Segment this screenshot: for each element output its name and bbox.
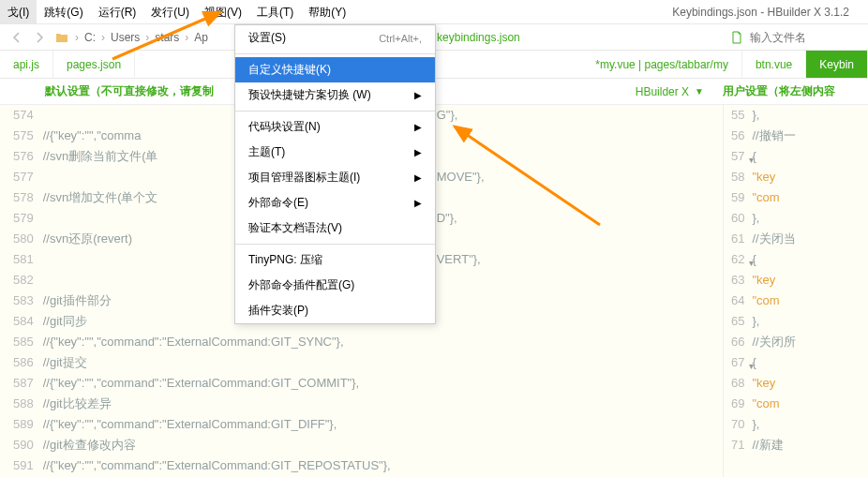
menu-item[interactable]: 项目管理器图标主题(I)▶ <box>235 165 435 190</box>
menu-item[interactable]: 工具(T) <box>249 0 301 24</box>
menu-item[interactable]: 运行(R) <box>91 0 144 24</box>
file-add-icon[interactable] <box>729 30 744 45</box>
menu-item[interactable]: 视图(V) <box>197 0 249 24</box>
menu-item[interactable]: 插件安装(P) <box>235 298 435 323</box>
chevron-right-icon: ▶ <box>414 172 422 183</box>
menu-item[interactable]: 验证本文档语法(V) <box>235 216 435 241</box>
code-right[interactable]: }, //撤销一 { "key "com }, //关闭当 { "key "co… <box>752 105 868 477</box>
menu-item[interactable]: 主题(T)▶ <box>235 140 435 165</box>
tab-api-js[interactable]: api.js <box>0 51 53 78</box>
window-title: Keybindings.json - HBuilder X 3.1.2 <box>672 6 868 19</box>
menu-item[interactable]: TinyPNG: 压缩 <box>235 247 435 273</box>
menu-item[interactable]: 外部命令插件配置(G) <box>235 273 435 298</box>
editor-right[interactable]: 555657▾5859606162▾6364656667▾68697071 },… <box>723 105 868 477</box>
menu-item[interactable]: 跳转(G) <box>37 0 90 24</box>
fold-caret-icon[interactable]: ▾ <box>749 356 754 377</box>
breadcrumb[interactable]: › C:› Users› stars› Ap <box>73 31 212 44</box>
menu-item[interactable]: 帮助(Y) <box>301 0 353 24</box>
breadcrumb-file[interactable]: keybindings.json <box>437 31 520 44</box>
chevron-right-icon: ▶ <box>414 122 422 132</box>
forward-icon[interactable] <box>32 30 47 45</box>
chevron-down-icon: ▼ <box>695 86 704 97</box>
menu-item[interactable]: 发行(U) <box>143 0 197 24</box>
menu-item[interactable]: 预设快捷键方案切换 (W)▶ <box>235 82 435 108</box>
chevron-right-icon: ▶ <box>414 198 422 208</box>
menu-item[interactable]: 戈(I) <box>0 0 37 24</box>
fold-caret-icon[interactable]: ▾ <box>749 150 754 171</box>
menu-item[interactable]: 外部命令(E)▶ <box>235 190 435 216</box>
menu-item[interactable]: 自定义快捷键(K) <box>235 57 435 82</box>
scheme-dropdown[interactable]: HBuilder X▼ <box>617 85 723 98</box>
menu-item[interactable]: 设置(S)Ctrl+Alt+, <box>235 25 435 51</box>
menu-separator <box>235 244 435 245</box>
user-settings-title: 用户设置（将左侧内容 <box>723 83 868 99</box>
gutter-left: 5745755765775785795805815825835845855865… <box>0 105 43 477</box>
chevron-right-icon: ▶ <box>414 90 422 100</box>
menu-item[interactable]: 代码块设置(N)▶ <box>235 114 435 140</box>
menu-separator <box>235 53 435 54</box>
back-icon[interactable] <box>9 30 24 45</box>
tab-keybindings[interactable]: Keybin <box>806 51 868 78</box>
menubar: 戈(I)跳转(G)运行(R)发行(U)视图(V)工具(T)帮助(Y) Keybi… <box>0 0 868 24</box>
file-name-input[interactable] <box>750 31 862 44</box>
fold-caret-icon[interactable]: ▾ <box>749 253 754 274</box>
tab-btn-vue[interactable]: btn.vue <box>742 51 806 78</box>
tab-my-vue[interactable]: *my.vue | pages/tabbar/my <box>582 51 742 78</box>
menu-separator <box>235 111 435 112</box>
folder-icon[interactable] <box>54 30 69 45</box>
tools-menu[interactable]: 设置(S)Ctrl+Alt+,自定义快捷键(K)预设快捷键方案切换 (W)▶代码… <box>234 24 436 324</box>
gutter-right: 555657▾5859606162▾6364656667▾68697071 <box>724 105 752 477</box>
chevron-right-icon: ▶ <box>414 147 422 157</box>
tab-pages-json[interactable]: pages.json <box>53 51 135 78</box>
